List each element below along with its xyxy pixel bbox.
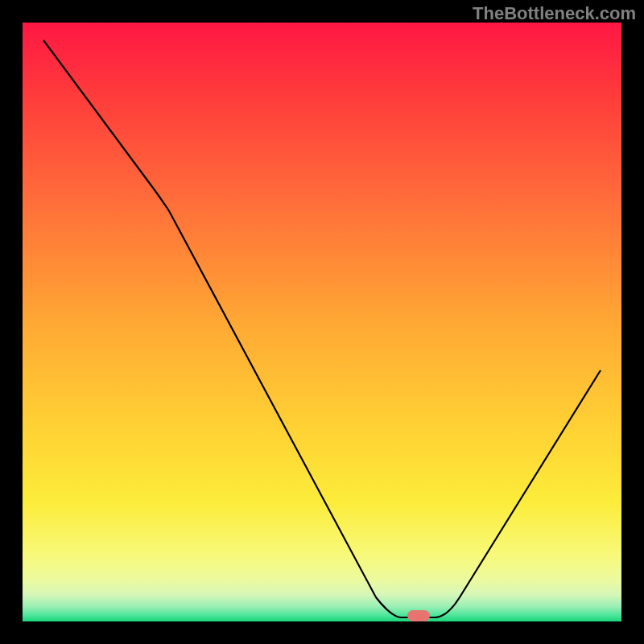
watermark-text: TheBottleneck.com	[473, 3, 636, 24]
chart-svg	[0, 0, 644, 644]
plot-background	[23, 23, 621, 621]
optimal-marker	[407, 610, 430, 621]
bottleneck-chart	[0, 0, 644, 644]
